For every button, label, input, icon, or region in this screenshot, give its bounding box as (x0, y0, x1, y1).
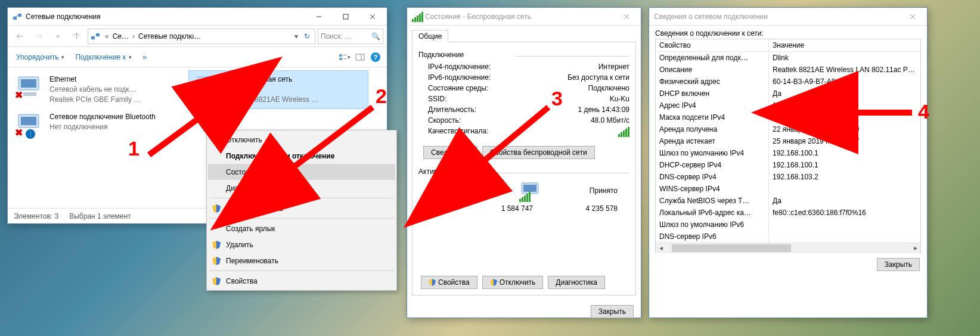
table-row[interactable]: Шлюз по умолчанию IPv4192.168.100.1 (656, 147, 920, 159)
close-button[interactable] (899, 8, 926, 25)
breadcrumb-dropdown-icon[interactable]: ▾ (292, 32, 300, 41)
shield-icon (212, 277, 221, 285)
organize-button[interactable]: Упорядочить (13, 51, 68, 64)
table-row[interactable]: Аренда истекает25 января 2019 г. 12:49:3… (656, 135, 920, 147)
adapter-ethernet[interactable]: ✖ Ethernet Сетевой кабель не подк… Realt… (10, 71, 189, 108)
breadcrumb-seg-1[interactable]: Се… (110, 32, 131, 41)
cell-value: fe80::c1ed:6360:186:f7f0%16 (769, 207, 920, 219)
adapter-bluetooth[interactable]: ✖ ⋮ Сетевое подключение Bluetooth Нет по… (10, 108, 189, 142)
ctx-diagnose[interactable]: Диагностика (208, 180, 395, 196)
bluetooth-badge-icon: ⋮ (26, 129, 35, 139)
svg-rect-11 (343, 58, 346, 59)
search-input[interactable]: Поиск: … 🔍 (318, 29, 383, 44)
ctx-label: Создать ярлык (226, 225, 275, 233)
activity-icon (518, 181, 542, 201)
cell-value: Да (769, 88, 920, 99)
table-row[interactable]: DHCP включенДа (656, 88, 920, 99)
nav-forward-button[interactable]: 🡢 (30, 28, 47, 45)
table-row[interactable]: Шлюз по умолчанию IPv6 (656, 219, 920, 231)
svg-rect-12 (356, 54, 364, 60)
refresh-icon[interactable]: ↻ (302, 32, 312, 41)
table-row[interactable]: DHCP-сервер IPv4192.168.100.1 (656, 159, 920, 171)
tab-general[interactable]: Общие (412, 30, 448, 42)
breadcrumb-seg-2[interactable]: Сетевые подклю… (136, 32, 203, 41)
wireless-props-button[interactable]: Свойства беспроводной сети (482, 146, 595, 159)
cell-value (769, 231, 920, 242)
preview-pane-button[interactable] (353, 51, 367, 64)
horizontal-scrollbar[interactable]: ◂ ▸ (656, 242, 920, 253)
svg-rect-20 (21, 117, 36, 125)
scroll-left-icon[interactable]: ◂ (656, 243, 666, 253)
table-row[interactable]: DNS-сервер IPv4192.168.103.2 (656, 171, 920, 183)
ctx-rename[interactable]: Переименовать (208, 253, 395, 269)
svg-rect-8 (339, 54, 342, 57)
close-button[interactable] (613, 8, 640, 25)
ctx-shortcut[interactable]: Создать ярлык (208, 220, 395, 237)
titlebar[interactable]: Сведения о сетевом подключении (649, 8, 927, 26)
adapter-title: Беспроводная сеть (228, 74, 318, 85)
svg-rect-9 (339, 58, 342, 60)
bytes-recv: 4 235 578 (586, 204, 618, 213)
table-row[interactable]: WINS-сервер IPv4 (656, 183, 920, 195)
details-caption: Сведения о подключении к сети: (649, 26, 927, 39)
adapter-status: Ku-Ku (228, 85, 318, 95)
close-dialog-button[interactable]: Закрыть (877, 258, 920, 271)
ctx-connect-disconnect[interactable]: Подключение или отключение (208, 148, 395, 164)
table-row[interactable]: Адрес IPv4192.168.100.8 (656, 99, 920, 111)
adapter-device: Realtek 8821AE Wireless … (228, 95, 318, 105)
titlebar[interactable]: Сетевые подключения (8, 8, 387, 26)
adapter-context-menu: Отключить Подключение или отключение Сос… (206, 130, 397, 291)
connect-to-button[interactable]: Подключение к (72, 51, 135, 64)
ctx-disable[interactable]: Отключить (208, 132, 395, 148)
scroll-right-icon[interactable]: ▸ (910, 243, 920, 253)
ctx-properties[interactable]: Свойства (208, 273, 395, 289)
table-row[interactable]: Физический адрес60-14-B3-A9-B7-A9 (656, 76, 920, 88)
table-row[interactable]: Локальный IPv6-адрес ка…fe80::c1ed:6360:… (656, 207, 920, 219)
ctx-status[interactable]: Состояние (208, 164, 395, 180)
table-row[interactable]: Служба NetBIOS через T…Да (656, 195, 920, 207)
maximize-button[interactable] (332, 8, 359, 25)
diagnose-button[interactable]: Диагностика (548, 276, 605, 289)
scroll-thumb[interactable] (672, 244, 791, 252)
btn-label: Отключить (500, 278, 536, 287)
cell-property: Адрес IPv4 (656, 99, 769, 111)
cell-property: Маска подсети IPv4 (656, 111, 769, 123)
signal-quality-icon (618, 127, 629, 139)
status-selected: Выбран 1 элемент (69, 212, 131, 220)
cell-property: Аренда получена (656, 123, 769, 135)
nav-up-button[interactable]: 🡡 (69, 28, 85, 45)
help-button[interactable]: ? (369, 51, 382, 64)
search-placeholder: Поиск: … (321, 32, 352, 41)
sent-label: Отправлено (430, 186, 471, 195)
view-options-button[interactable]: ▾ (338, 51, 351, 64)
close-button[interactable] (359, 8, 386, 25)
table-row[interactable]: Определенный для подк…Dlink (656, 52, 920, 64)
titlebar[interactable]: Состояние - Беспроводная сеть (407, 8, 641, 26)
table-row[interactable]: Маска подсети IPv4255.255.255.0 (656, 111, 920, 123)
nav-recent-button[interactable]: ▾ (49, 28, 66, 45)
ctx-label: Удалить (226, 241, 253, 249)
properties-button[interactable]: Свойства (421, 276, 477, 289)
nav-back-button[interactable]: 🡠 (11, 28, 28, 45)
disable-button[interactable]: Отключить (482, 276, 544, 289)
ctx-label: Диагностика (226, 184, 268, 192)
cell-value: 22 января 2019 г. 22:23:39 (769, 123, 920, 135)
wireless-icon (194, 74, 224, 101)
ctx-delete[interactable]: Удалить (208, 237, 395, 253)
status-count: Элементов: 3 (14, 212, 58, 220)
breadcrumb[interactable]: « Се… › Сетевые подклю… ▾ ↻ (88, 29, 315, 44)
kv-val: Подключено (588, 84, 629, 92)
shield-icon (212, 136, 221, 144)
table-row[interactable]: Аренда получена22 января 2019 г. 22:23:3… (656, 123, 920, 135)
table-row[interactable]: DNS-сервер IPv6 (656, 231, 920, 242)
header-property[interactable]: Свойство (656, 39, 769, 51)
details-button[interactable]: Сведения... (423, 146, 477, 159)
ctx-bridge[interactable]: Настройка моста (208, 200, 395, 216)
group-activity: Активность (418, 167, 456, 176)
table-row[interactable]: ОписаниеRealtek 8821AE Wireless LAN 802.… (656, 64, 920, 76)
close-dialog-button[interactable]: Закрыть (591, 305, 634, 318)
header-value[interactable]: Значение (769, 39, 920, 51)
minimize-button[interactable] (305, 8, 332, 25)
overflow-button[interactable]: » (139, 51, 150, 64)
adapter-wireless[interactable]: Беспроводная сеть Ku-Ku Realtek 8821AE W… (189, 71, 368, 108)
